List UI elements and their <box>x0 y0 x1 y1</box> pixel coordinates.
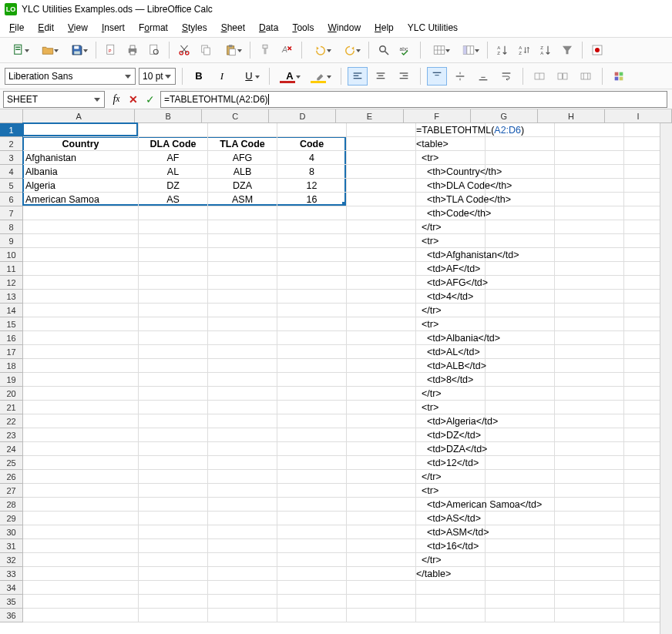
align-left-button[interactable] <box>348 67 368 86</box>
align-bottom-button[interactable] <box>473 67 493 86</box>
menu-format[interactable]: Format <box>133 20 174 35</box>
unmerge-button[interactable] <box>553 67 573 86</box>
paste-button[interactable] <box>217 40 245 60</box>
row-header-26[interactable]: 26 <box>0 470 23 484</box>
clear-formatting-button[interactable]: A <box>277 40 297 60</box>
col-header-C[interactable]: C <box>202 109 269 123</box>
row-header-33[interactable]: 33 <box>0 567 23 581</box>
vertical-scrollbar[interactable] <box>660 123 672 634</box>
row-header-31[interactable]: 31 <box>0 539 23 553</box>
align-middle-button[interactable] <box>450 67 470 86</box>
col-header-B[interactable]: B <box>135 109 202 123</box>
data-cell[interactable]: ALB <box>208 165 277 179</box>
wrap-text-button[interactable] <box>496 67 516 86</box>
data-cell[interactable]: Algeria <box>23 179 139 193</box>
row-header-29[interactable]: 29 <box>0 512 23 525</box>
col-header-E[interactable]: E <box>336 109 403 123</box>
redo-button[interactable] <box>336 40 364 60</box>
bold-button[interactable]: B <box>189 67 209 86</box>
data-cell[interactable]: 8 <box>277 165 347 179</box>
spreadsheet-grid[interactable]: ABCDEFGHI 123456789101112131415161718192… <box>0 109 672 634</box>
row-header-12[interactable]: 12 <box>0 276 23 290</box>
font-name-select[interactable]: Liberation Sans <box>5 68 136 85</box>
row-header-25[interactable]: 25 <box>0 456 23 470</box>
sort-asc-button[interactable]: AZ <box>492 40 512 60</box>
italic-button[interactable]: I <box>212 67 232 86</box>
row-header-18[interactable]: 18 <box>0 359 23 373</box>
formula-input[interactable]: =TABLETOHTML(A2:D6) <box>160 91 667 108</box>
row-header-11[interactable]: 11 <box>0 262 23 276</box>
row-header-36[interactable]: 36 <box>0 609 23 622</box>
data-cell[interactable]: 16 <box>277 193 347 206</box>
function-wizard-button[interactable]: fx <box>108 91 125 108</box>
row-header-10[interactable]: 10 <box>0 248 23 262</box>
data-cell[interactable]: American Samoa <box>23 193 139 206</box>
export-pdf-button[interactable]: P <box>101 40 121 60</box>
row-header-6[interactable]: 6 <box>0 193 23 206</box>
data-cell[interactable]: ASM <box>208 193 277 206</box>
column-button[interactable] <box>455 40 482 60</box>
menu-styles[interactable]: Styles <box>176 20 213 35</box>
row-header-15[interactable]: 15 <box>0 317 23 331</box>
print-preview-button[interactable] <box>144 40 164 60</box>
row-header-27[interactable]: 27 <box>0 484 23 498</box>
data-cell[interactable]: DZ <box>139 179 208 193</box>
menu-ylc-utilities[interactable]: YLC Utilities <box>402 20 464 35</box>
more-button[interactable] <box>587 40 607 60</box>
col-header-F[interactable]: F <box>404 109 471 123</box>
row-header-14[interactable]: 14 <box>0 304 23 317</box>
row-header-22[interactable]: 22 <box>0 414 23 428</box>
sort-button[interactable]: AZ <box>514 40 534 60</box>
row-header-13[interactable]: 13 <box>0 290 23 304</box>
new-button[interactable] <box>5 40 32 60</box>
merge-cells-button[interactable] <box>529 67 549 86</box>
align-right-button[interactable] <box>394 67 414 86</box>
row-header-24[interactable]: 24 <box>0 442 23 456</box>
data-cell[interactable]: 4 <box>277 151 347 165</box>
name-box[interactable]: SHEET <box>3 91 105 108</box>
font-size-select[interactable]: 10 pt <box>139 68 176 85</box>
styles-button[interactable] <box>609 67 629 86</box>
open-button[interactable] <box>34 40 62 60</box>
col-header-H[interactable]: H <box>538 109 605 123</box>
col-header-A[interactable]: A <box>23 109 135 123</box>
font-color-button[interactable]: A <box>276 67 304 86</box>
row-header-28[interactable]: 28 <box>0 498 23 512</box>
cells-area[interactable]: CountryDLA CodeTLA CodeCodeAfghanistanAF… <box>23 123 672 634</box>
menu-data[interactable]: Data <box>253 20 284 35</box>
menu-view[interactable]: View <box>62 20 94 35</box>
data-cell[interactable]: AL <box>139 165 208 179</box>
data-cell[interactable]: AS <box>139 193 208 206</box>
split-button[interactable] <box>576 67 596 86</box>
cut-button[interactable] <box>174 40 194 60</box>
clone-formatting-button[interactable] <box>255 40 275 60</box>
data-cell[interactable]: AFG <box>208 151 277 165</box>
data-cell[interactable]: Albania <box>23 165 139 179</box>
autofilter-button[interactable] <box>557 40 577 60</box>
row-header-19[interactable]: 19 <box>0 373 23 387</box>
col-header-G[interactable]: G <box>471 109 538 123</box>
row-header-8[interactable]: 8 <box>0 220 23 234</box>
row-header-1[interactable]: 1 <box>0 123 23 137</box>
col-header-D[interactable]: D <box>269 109 336 123</box>
data-cell[interactable]: AF <box>139 151 208 165</box>
row-header-7[interactable]: 7 <box>0 206 23 220</box>
header-cell[interactable]: Country <box>23 137 139 151</box>
align-center-button[interactable] <box>371 67 391 86</box>
row-header-2[interactable]: 2 <box>0 137 23 151</box>
row-header-17[interactable]: 17 <box>0 345 23 359</box>
accept-button[interactable]: ✓ <box>142 91 159 108</box>
row-header-3[interactable]: 3 <box>0 151 23 165</box>
save-button[interactable] <box>63 40 91 60</box>
menu-file[interactable]: File <box>3 20 30 35</box>
highlight-button[interactable] <box>307 67 334 86</box>
row-header-35[interactable]: 35 <box>0 595 23 609</box>
row-header-32[interactable]: 32 <box>0 553 23 567</box>
row-header-20[interactable]: 20 <box>0 387 23 401</box>
find-button[interactable] <box>374 40 394 60</box>
menu-edit[interactable]: Edit <box>32 20 60 35</box>
row-header-9[interactable]: 9 <box>0 234 23 248</box>
spellcheck-button[interactable]: abc <box>395 40 415 60</box>
header-cell[interactable]: Code <box>277 137 347 151</box>
menu-sheet[interactable]: Sheet <box>215 20 251 35</box>
